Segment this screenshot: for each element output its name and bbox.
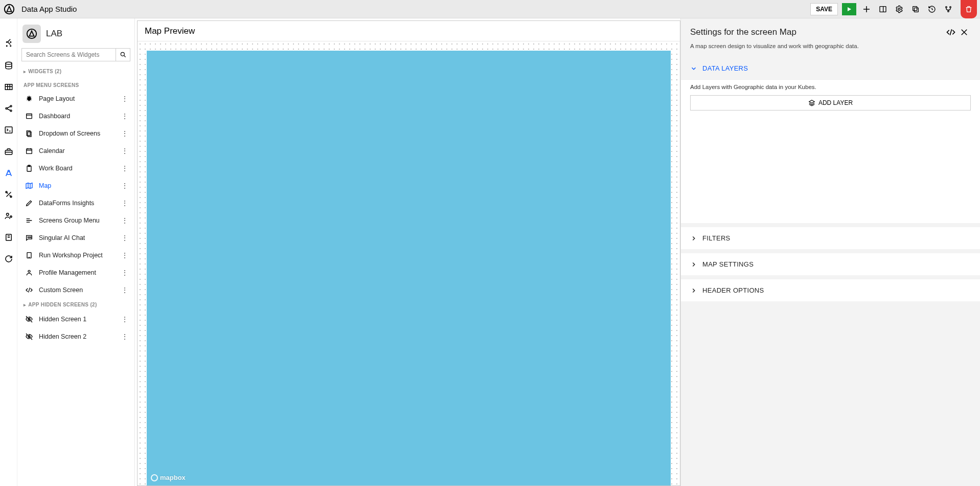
hidden-screens-toggle[interactable]: APP HIDDEN SCREENS (2) [17,299,134,311]
screen-item-profile-management[interactable]: Profile Management⋮ [17,264,134,281]
tools-icon [4,190,13,199]
svg-point-34 [29,237,30,237]
copy-button[interactable] [909,3,922,15]
app-title: Data App Studio [21,5,77,13]
chevron-right-icon [690,287,697,294]
screen-item-singular-ai-chat[interactable]: Singular AI Chat⋮ [17,229,134,247]
svg-point-12 [6,62,12,64]
screen-item-run-workshop-project[interactable]: Run Workshop Project⋮ [17,247,134,264]
settings-description: A map screen design to visualize and wor… [681,43,980,57]
rail-nav-table[interactable] [4,82,14,92]
edit-code-button[interactable] [944,26,958,39]
rail-nav-refresh[interactable] [4,254,14,264]
preview-title: Map Preview [145,26,195,36]
screen-item-work-board[interactable]: Work Board⋮ [17,160,134,177]
plus-icon [862,5,871,14]
add-layer-button[interactable]: ADD LAYER [690,95,971,111]
screen-item-menu[interactable]: ⋮ [120,217,129,224]
svg-point-7 [948,10,949,12]
code-icon [946,27,956,37]
section-header-options-header[interactable]: HEADER OPTIONS [681,279,980,301]
svg-rect-30 [27,149,32,153]
screen-item-dropdown-of-screens[interactable]: Dropdown of Screens⋮ [17,125,134,142]
screen-item-menu[interactable]: ⋮ [120,182,129,189]
screen-item-screens-group-menu[interactable]: Screens Group Menu⋮ [17,212,134,229]
svg-point-22 [6,213,9,216]
copy-icon [911,5,920,13]
widgets-section-toggle[interactable]: WIDGETS (2) [17,65,134,77]
screen-item-menu[interactable]: ⋮ [120,234,129,241]
rail-nav-toolbox[interactable] [4,146,14,157]
svg-point-35 [31,237,31,237]
screen-item-menu[interactable]: ⋮ [120,200,129,207]
canvas-column: Map Preview mapbox [135,18,680,486]
svg-point-15 [10,105,12,107]
brand-logo[interactable] [0,0,18,18]
logo-icon [4,4,15,15]
screen-item-label: Calendar [39,147,65,154]
screen-item-menu[interactable]: ⋮ [120,269,129,276]
svg-point-6 [950,6,951,8]
chevron-left-icon [5,37,14,47]
screen-item-menu[interactable]: ⋮ [120,130,129,137]
screen-item-dataforms-insights[interactable]: DataForms Insights⋮ [17,194,134,212]
app-badge[interactable] [22,25,41,43]
save-button[interactable]: SAVE [810,3,838,15]
screen-item-custom-screen[interactable]: Custom Screen⋮ [17,281,134,299]
screen-item-menu[interactable]: ⋮ [120,113,129,120]
history-button[interactable] [926,3,938,15]
person-icon [25,269,34,277]
close-settings-button[interactable] [958,26,971,39]
compass-icon [4,168,13,178]
stacks-icon [25,129,34,138]
settings-panel: Settings for the screen Map A map screen… [680,18,980,486]
mapbox-logo-icon [151,474,158,481]
toolbox-icon [4,147,13,156]
run-button[interactable] [842,3,856,15]
settings-title: Settings for the screen Map [690,27,796,37]
map-attribution: mapbox [151,474,186,481]
delete-button[interactable] [961,0,977,18]
app-name: LAB [46,29,62,39]
screen-item-menu[interactable]: ⋮ [120,286,129,294]
section-data-layers: DATA LAYERS Add Layers with Geographic d… [681,57,980,223]
rail-nav-design[interactable] [4,168,14,178]
rail-nav-share[interactable] [4,103,14,114]
add-button[interactable] [860,3,873,15]
screen-item-menu[interactable]: ⋮ [120,333,129,340]
rail-nav-users[interactable] [4,211,14,221]
section-header-options: HEADER OPTIONS [681,279,980,301]
rail-nav-code[interactable] [4,125,14,135]
screen-item-map[interactable]: Map⋮ [17,177,134,194]
hidden-screen-item-hidden-screen-1[interactable]: Hidden Screen 1⋮ [17,311,134,328]
book-icon [4,233,13,242]
rail-nav-tools[interactable] [4,189,14,200]
settings-button[interactable] [893,3,905,15]
screen-item-menu[interactable]: ⋮ [120,95,129,102]
section-filters-header[interactable]: FILTERS [681,227,980,249]
screen-item-menu[interactable]: ⋮ [120,165,129,172]
screen-item-dashboard[interactable]: Dashboard⋮ [17,107,134,125]
layout-button[interactable] [877,3,889,15]
search-input[interactable] [22,49,116,61]
rail-nav-data[interactable] [4,60,14,71]
screen-item-calendar[interactable]: Calendar⋮ [17,142,134,160]
branch-button[interactable] [942,3,954,15]
screen-item-menu[interactable]: ⋮ [120,316,129,323]
rail-nav-docs[interactable] [4,232,14,242]
search-icon [120,51,127,58]
map-area[interactable]: mapbox [147,51,671,485]
screen-item-menu[interactable]: ⋮ [120,252,129,259]
section-map-settings-header[interactable]: MAP SETTINGS [681,253,980,275]
hidden-screen-item-hidden-screen-2[interactable]: Hidden Screen 2⋮ [17,328,134,345]
section-data-layers-header[interactable]: DATA LAYERS [681,57,980,80]
rail-collapse[interactable] [4,37,14,47]
screen-item-label: Map [39,182,51,189]
menu-screens-label: APP MENU SCREENS [17,77,134,90]
screen-item-label: Work Board [39,165,73,172]
screen-item-page-layout[interactable]: Page Layout⋮ [17,90,134,107]
screen-item-menu[interactable]: ⋮ [120,147,129,154]
play-icon [846,6,852,12]
search-button[interactable] [116,49,130,61]
users-gear-icon [4,211,13,220]
